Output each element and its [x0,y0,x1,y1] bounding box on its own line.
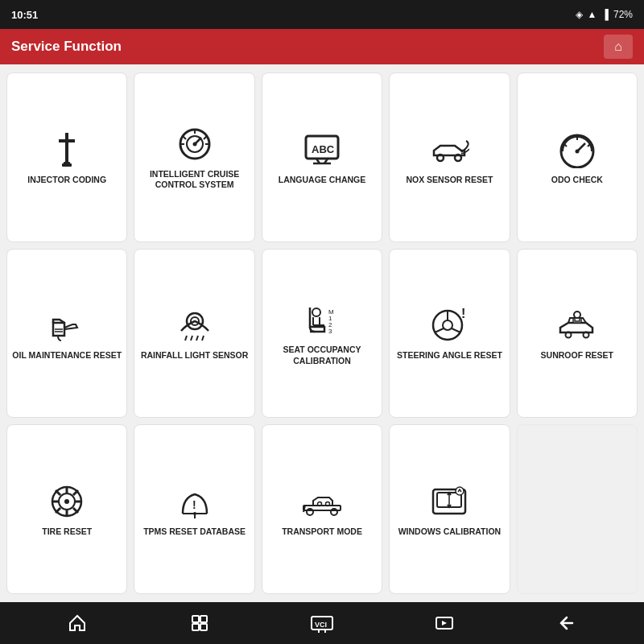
steering-angle-label: STEERING ANGLE RESET [397,350,502,361]
windows-calibration-label: WINDOWS CALIBRATION [398,526,502,538]
svg-point-59 [318,502,322,506]
grid-item-cruise-control[interactable]: INTELLIGENT CRUISE CONTROL SYSTEM [134,72,254,242]
language-change-icon: ABC [298,130,346,170]
page-title: Service Function [11,39,122,55]
grid-item-tire-reset[interactable]: TIRE RESET [6,424,127,594]
home-button[interactable]: ⌂ [604,35,633,59]
nav-media-button[interactable] [427,605,462,641]
svg-line-21 [564,144,567,147]
svg-point-19 [455,155,461,161]
rainfall-sensor-icon [171,305,219,345]
svg-rect-66 [200,616,207,622]
rainfall-sensor-label: RAINFALL LIGHT SENSOR [141,350,248,361]
oil-maintenance-label: OIL MAINTENANCE RESET [12,350,122,361]
svg-point-18 [437,155,444,161]
svg-point-46 [574,312,580,318]
grid-item-sunroof-reset[interactable]: SUNROOF RESET [517,249,638,419]
injector-coding-icon [43,130,91,170]
service-grid: INJECTOR CODING INTELLIGENT CRUISE CONTR… [0,64,644,602]
grid-item-windows-calibration[interactable]: WINDOWS CALIBRATION [389,424,510,594]
grid-row-2: OIL MAINTENANCE RESET RAINFALL LIGHT SEN… [6,249,638,419]
svg-rect-67 [192,624,199,630]
svg-line-42 [435,328,444,332]
sunroof-reset-label: SUNROOF RESET [541,350,613,361]
nav-vci-button[interactable]: VCI [304,605,340,641]
svg-line-33 [202,336,204,341]
nox-sensor-label: NOX SENSOR RESET [406,175,493,186]
grid-item-steering-angle[interactable]: ! STEERING ANGLE RESET [389,249,510,419]
signal-icon: ▐ [601,9,609,20]
language-change-label: LANGUAGE CHANGE [279,175,366,186]
tire-reset-label: TIRE RESET [42,526,92,538]
cruise-control-label: INTELLIGENT CRUISE CONTROL SYSTEM [138,169,250,191]
sunroof-reset-icon [553,305,601,345]
grid-item-empty [517,424,638,594]
injector-coding-label: INJECTOR CODING [27,175,106,186]
steering-angle-icon: ! [425,305,473,345]
location-icon: ◈ [576,9,583,20]
grid-item-language-change[interactable]: ABC LANGUAGE CHANGE [262,72,382,242]
status-bar: 10:51 ◈ ▲ ▐ 72% [0,0,644,29]
nav-back-button[interactable] [549,605,584,641]
svg-line-32 [196,336,198,341]
grid-item-transport-mode[interactable]: TRANSPORT MODE [262,424,382,594]
svg-text:3: 3 [328,328,332,335]
svg-point-25 [575,149,579,153]
svg-point-51 [64,499,69,504]
svg-text:ABC: ABC [312,143,335,155]
grid-row-1: INJECTOR CODING INTELLIGENT CRUISE CONTR… [6,72,638,242]
svg-text:!: ! [192,498,196,511]
title-bar: Service Function ⌂ [0,29,644,64]
odo-check-icon [553,130,601,170]
svg-point-64 [456,487,464,495]
windows-calibration-icon [425,481,473,522]
nav-apps-button[interactable] [182,605,217,641]
svg-rect-68 [200,624,207,630]
grid-item-nox-sensor[interactable]: NOX SENSOR RESET [389,72,510,242]
nav-home-button[interactable] [60,605,95,641]
grid-item-odo-check[interactable]: ODO CHECK [517,72,638,242]
svg-point-40 [443,320,452,330]
grid-item-rainfall-sensor[interactable]: RAINFALL LIGHT SENSOR [134,249,254,419]
svg-line-31 [191,336,192,341]
tire-reset-icon [43,481,91,522]
battery-text: 72% [613,9,633,20]
grid-item-seat-occupancy[interactable]: M 1 2 3 SEAT OCCUPANCY CALIBRATION [262,249,382,419]
svg-point-12 [192,142,196,146]
svg-rect-65 [192,616,199,622]
tpms-reset-label: TPMS RESET DATABASE [143,526,246,538]
oil-maintenance-icon [43,305,91,345]
grid-row-3: TIRE RESET ! TPMS RESET DATABASE [6,424,638,594]
cruise-control-icon [171,124,219,164]
svg-line-30 [185,336,187,341]
grid-item-oil-maintenance[interactable]: OIL MAINTENANCE RESET [6,249,127,419]
grid-item-tpms-reset[interactable]: ! TPMS RESET DATABASE [134,424,254,594]
wifi-icon: ▲ [588,9,597,20]
status-time: 10:51 [11,9,38,21]
svg-text:VCI: VCI [315,621,327,629]
svg-point-60 [326,502,330,506]
svg-rect-3 [62,163,72,167]
odo-check-label: ODO CHECK [551,175,603,186]
svg-text:!: ! [461,307,465,320]
tpms-reset-icon: ! [171,481,219,522]
seat-occupancy-label: SEAT OCCUPANCY CALIBRATION [266,345,378,366]
seat-occupancy-icon: M 1 2 3 [298,299,346,340]
transport-mode-label: TRANSPORT MODE [282,526,362,538]
status-icons: ◈ ▲ ▐ 72% [576,9,633,20]
transport-mode-icon [298,481,346,522]
bottom-navigation: VCI [0,602,644,644]
svg-line-9 [183,136,186,139]
svg-line-7 [204,136,207,139]
nox-sensor-icon [425,130,473,170]
svg-line-23 [588,144,590,147]
svg-point-34 [312,308,320,316]
svg-line-43 [452,328,460,332]
grid-item-injector-coding[interactable]: INJECTOR CODING [6,72,127,242]
